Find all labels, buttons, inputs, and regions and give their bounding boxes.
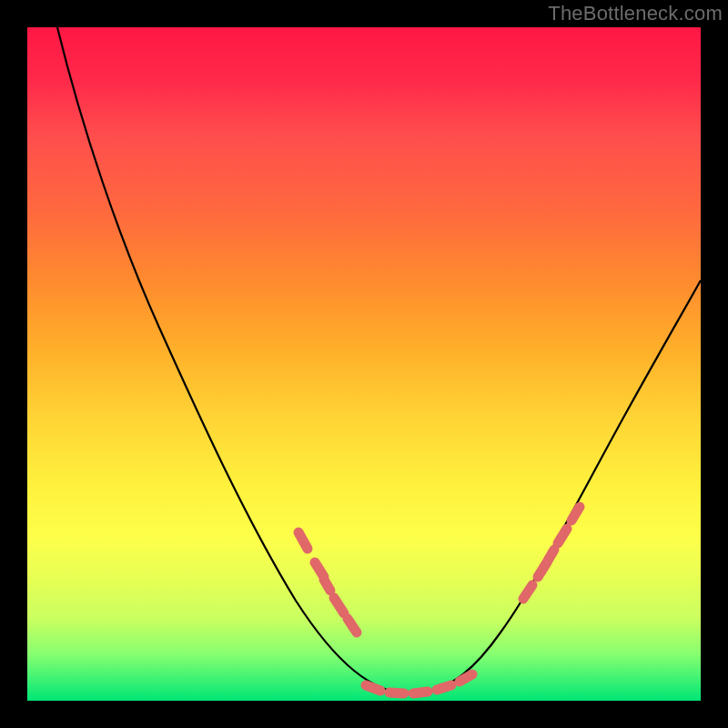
watermark-text: TheBottleneck.com <box>548 2 723 25</box>
svg-line-0 <box>298 532 308 549</box>
bottleneck-curve-svg <box>27 27 701 701</box>
svg-line-12 <box>548 550 554 561</box>
svg-line-4 <box>348 619 357 632</box>
svg-line-14 <box>571 507 580 521</box>
svg-line-8 <box>437 685 451 690</box>
highlight-dashes-right <box>523 507 580 599</box>
svg-line-5 <box>366 685 380 691</box>
svg-line-7 <box>413 692 428 693</box>
highlight-dashes-bottom <box>366 674 472 693</box>
svg-line-9 <box>460 674 472 682</box>
svg-line-10 <box>523 585 532 599</box>
svg-line-6 <box>389 693 404 693</box>
svg-line-1 <box>315 562 324 577</box>
svg-line-3 <box>334 598 344 613</box>
chart-plot-area <box>27 27 701 701</box>
curve-path <box>57 27 701 693</box>
svg-line-2 <box>324 580 330 591</box>
svg-line-13 <box>558 529 567 543</box>
